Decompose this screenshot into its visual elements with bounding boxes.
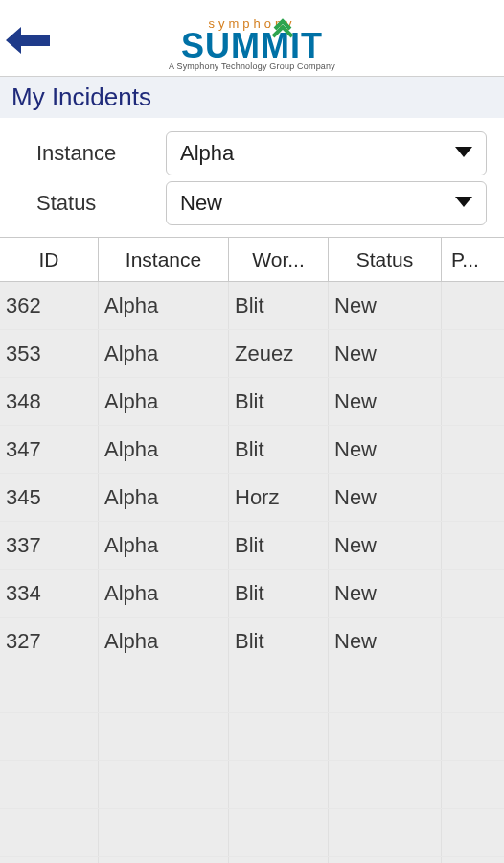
cell-wor [229,713,329,760]
filter-instance-label: Instance [36,141,166,166]
filters: Instance Alpha Status New [0,118,504,237]
cell-wor: Blit [229,570,329,617]
app-header: symphony SUMMIT A Symphony Technology Gr… [0,0,504,77]
cell-instance: Alpha [99,522,229,569]
chevron-down-icon [455,195,472,212]
cell-id [0,665,99,712]
filter-instance-value: Alpha [180,141,234,166]
cell-p [442,330,504,377]
filter-status-row: Status New [36,181,487,225]
cell-p [442,713,504,760]
cell-status: New [329,570,442,617]
cell-instance [99,665,229,712]
cell-wor: Blit [229,522,329,569]
cell-status [329,665,442,712]
cell-id: 334 [0,570,99,617]
cell-instance [99,713,229,760]
cell-id [0,761,99,808]
page-title-bar: My Incidents [0,77,504,118]
cell-status [329,857,442,863]
cell-p [442,474,504,521]
table-row[interactable]: 334AlphaBlitNew [0,570,504,618]
filter-instance-select[interactable]: Alpha [166,131,487,175]
table-row-empty [0,857,504,863]
cell-wor: Blit [229,282,329,329]
cell-wor: Horz [229,474,329,521]
cell-wor: Blit [229,618,329,665]
cell-instance: Alpha [99,474,229,521]
app-logo: symphony SUMMIT A Symphony Technology Gr… [169,16,335,71]
cell-instance [99,761,229,808]
cell-p [442,282,504,329]
col-header-instance[interactable]: Instance [99,238,229,281]
table-row[interactable]: 353AlphaZeuezNew [0,330,504,378]
cell-p [442,857,504,863]
cell-id [0,857,99,863]
cell-instance: Alpha [99,282,229,329]
cell-p [442,618,504,665]
cell-id: 327 [0,618,99,665]
cell-p [442,665,504,712]
cell-id: 362 [0,282,99,329]
cell-instance: Alpha [99,330,229,377]
table-row[interactable]: 327AlphaBlitNew [0,618,504,665]
col-header-id[interactable]: ID [0,238,99,281]
cell-p [442,809,504,856]
table-row[interactable]: 347AlphaBlitNew [0,426,504,474]
cell-p [442,426,504,473]
cell-p [442,378,504,425]
cell-status: New [329,426,442,473]
table-row[interactable]: 345AlphaHorzNew [0,474,504,522]
cell-wor [229,857,329,863]
cell-wor: Zeuez [229,330,329,377]
table-header: ID Instance Wor... Status P... [0,238,504,282]
cell-instance [99,857,229,863]
col-header-p[interactable]: P... [442,238,504,281]
logo-main-text: SUMMIT [169,31,335,61]
cell-status [329,713,442,760]
table-row[interactable]: 348AlphaBlitNew [0,378,504,426]
cell-status [329,761,442,808]
col-header-status[interactable]: Status [329,238,442,281]
table-row-empty [0,665,504,713]
filter-instance-row: Instance Alpha [36,131,487,175]
cell-id: 345 [0,474,99,521]
cell-wor [229,665,329,712]
cell-status: New [329,330,442,377]
table-row[interactable]: 337AlphaBlitNew [0,522,504,570]
cell-instance: Alpha [99,426,229,473]
cell-wor [229,809,329,856]
cell-p [442,570,504,617]
table-row-empty [0,761,504,809]
cell-p [442,522,504,569]
filter-status-select[interactable]: New [166,181,487,225]
cell-p [442,761,504,808]
cell-instance: Alpha [99,378,229,425]
cell-wor [229,761,329,808]
table-body: 362AlphaBlitNew353AlphaZeuezNew348AlphaB… [0,282,504,863]
back-arrow-icon[interactable] [6,27,52,58]
cell-status: New [329,522,442,569]
cell-id: 347 [0,426,99,473]
cell-instance [99,809,229,856]
incidents-table: ID Instance Wor... Status P... 362AlphaB… [0,237,504,863]
col-header-wor[interactable]: Wor... [229,238,329,281]
filter-status-label: Status [36,191,166,216]
table-row-empty [0,713,504,761]
cell-status: New [329,378,442,425]
cell-id: 337 [0,522,99,569]
cell-id [0,713,99,760]
filter-status-value: New [180,191,222,216]
table-row-empty [0,809,504,857]
table-row[interactable]: 362AlphaBlitNew [0,282,504,330]
cell-wor: Blit [229,378,329,425]
cell-status: New [329,618,442,665]
cell-status [329,809,442,856]
page-title: My Incidents [11,82,493,112]
cell-instance: Alpha [99,618,229,665]
cell-id: 353 [0,330,99,377]
cell-status: New [329,282,442,329]
cell-id: 348 [0,378,99,425]
cell-instance: Alpha [99,570,229,617]
cell-status: New [329,474,442,521]
